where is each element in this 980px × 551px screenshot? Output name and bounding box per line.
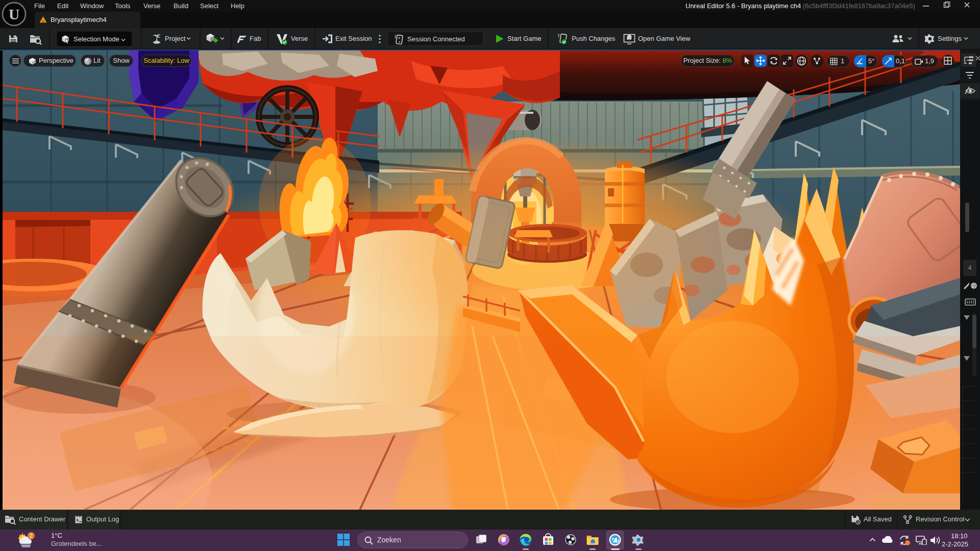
svg-text:U: U: [9, 6, 20, 22]
svg-text:2: 2: [30, 533, 33, 539]
